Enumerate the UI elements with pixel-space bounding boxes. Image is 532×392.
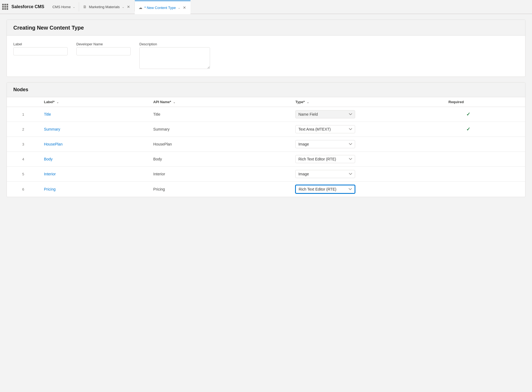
label-form-group: Label — [13, 42, 68, 55]
table-row: 2SummarySummaryName FieldText Area (MTEX… — [7, 122, 525, 137]
required-checkmark-icon: ✓ — [466, 127, 470, 132]
row-type: Name FieldText Area (MTEXT)ImageRich Tex… — [291, 122, 444, 137]
description-form-group: Description — [139, 42, 210, 69]
tab-cms-home-label: CMS Home — [52, 5, 71, 9]
document-icon: 🗎 — [83, 5, 87, 9]
chevron-down-icon: ⌄ — [73, 5, 75, 8]
tab-bar-left: Salesforce CMS — [2, 0, 44, 14]
row-label: Title — [40, 107, 149, 122]
col-header-label: Label* ⌄ — [40, 97, 149, 107]
node-label-link[interactable]: HousePlan — [44, 142, 63, 146]
row-api-name: Title — [149, 107, 291, 122]
app-name: Salesforce CMS — [11, 4, 44, 9]
required-checkmark-icon: ✓ — [466, 112, 470, 117]
page-content: Creating New Content Type Label Develope… — [0, 14, 532, 392]
row-type: Name FieldText Area (MTEXT)ImageRich Tex… — [291, 152, 444, 167]
table-row: 6PricingPricingName FieldText Area (MTEX… — [7, 182, 525, 197]
type-select[interactable]: Name FieldText Area (MTEXT)ImageRich Tex… — [295, 110, 355, 118]
row-type: Name FieldText Area (MTEXT)ImageRich Tex… — [291, 137, 444, 152]
developer-name-input[interactable] — [76, 47, 131, 55]
tabs-container: CMS Home ⌄ 🗎 Marketing Materials ⌄ ✕ ☁ *… — [49, 0, 190, 14]
row-label: HousePlan — [40, 137, 149, 152]
description-field-label: Description — [139, 42, 210, 46]
sort-type-icon[interactable]: ⌄ — [307, 101, 309, 104]
row-number: 4 — [7, 152, 40, 167]
developer-name-form-group: Developer Name — [76, 42, 131, 55]
row-api-name: Summary — [149, 122, 291, 137]
content-type-form-card: Creating New Content Type Label Develope… — [7, 20, 525, 77]
sort-api-icon[interactable]: ⌄ — [173, 101, 175, 104]
form-card-header: Creating New Content Type — [7, 20, 525, 36]
row-label: Body — [40, 152, 149, 167]
row-required — [444, 182, 493, 197]
table-row: 1TitleTitleName FieldText Area (MTEXT)Im… — [7, 107, 525, 122]
row-type: Name FieldText Area (MTEXT)ImageRich Tex… — [291, 182, 444, 197]
type-select[interactable]: Name FieldText Area (MTEXT)ImageRich Tex… — [295, 170, 355, 178]
nodes-table-head: Label* ⌄ API Name* ⌄ Type* ⌄ Required — [7, 97, 525, 107]
row-actions — [492, 167, 525, 182]
tab-marketing-materials[interactable]: 🗎 Marketing Materials ⌄ ✕ — [79, 0, 134, 14]
row-api-name: HousePlan — [149, 137, 291, 152]
tab-new-content-type-label: * New Content Type — [145, 6, 176, 10]
row-actions — [492, 122, 525, 137]
row-number: 6 — [7, 182, 40, 197]
label-input[interactable] — [13, 47, 68, 55]
developer-name-field-label: Developer Name — [76, 42, 131, 46]
app-grid-icon[interactable] — [2, 4, 8, 10]
cloud-icon: ☁ — [139, 5, 142, 10]
form-section: Label Developer Name Description — [7, 36, 525, 77]
row-api-name: Interior — [149, 167, 291, 182]
node-label-link[interactable]: Summary — [44, 127, 60, 131]
row-label: Pricing — [40, 182, 149, 197]
label-field-label: Label — [13, 42, 68, 46]
node-label-link[interactable]: Pricing — [44, 187, 56, 191]
row-actions — [492, 182, 525, 197]
row-label: Interior — [40, 167, 149, 182]
tab-bar: Salesforce CMS CMS Home ⌄ 🗎 Marketing Ma… — [0, 0, 532, 14]
row-actions — [492, 152, 525, 167]
type-select[interactable]: Name FieldText Area (MTEXT)ImageRich Tex… — [295, 140, 355, 148]
type-select[interactable]: Name FieldText Area (MTEXT)ImageRich Tex… — [295, 185, 355, 194]
row-required: ✓ — [444, 122, 493, 137]
nodes-card: Nodes Label* ⌄ API Name* ⌄ Type* ⌄ — [7, 82, 525, 197]
row-actions — [492, 107, 525, 122]
row-number: 5 — [7, 167, 40, 182]
col-header-actions — [492, 97, 525, 107]
node-label-link[interactable]: Body — [44, 157, 53, 161]
col-header-type: Type* ⌄ — [291, 97, 444, 107]
node-label-link[interactable]: Interior — [44, 172, 56, 176]
row-number: 1 — [7, 107, 40, 122]
tab-cms-home[interactable]: CMS Home ⌄ — [49, 0, 79, 14]
row-required — [444, 167, 493, 182]
tab-marketing-materials-label: Marketing Materials — [89, 5, 120, 9]
row-type: Name FieldText Area (MTEXT)ImageRich Tex… — [291, 107, 444, 122]
page-title: Creating New Content Type — [13, 25, 519, 31]
chevron-down-icon: ⌄ — [122, 5, 124, 8]
nodes-table: Label* ⌄ API Name* ⌄ Type* ⌄ Required — [7, 97, 525, 197]
type-select[interactable]: Name FieldText Area (MTEXT)ImageRich Tex… — [295, 125, 355, 133]
sort-label-icon[interactable]: ⌄ — [57, 101, 59, 104]
col-header-num — [7, 97, 40, 107]
type-select[interactable]: Name FieldText Area (MTEXT)ImageRich Tex… — [295, 155, 355, 163]
table-row: 5InteriorInteriorName FieldText Area (MT… — [7, 167, 525, 182]
close-tab-marketing-icon[interactable]: ✕ — [126, 4, 131, 10]
col-header-api-name: API Name* ⌄ — [149, 97, 291, 107]
col-header-required: Required — [444, 97, 493, 107]
row-required: ✓ — [444, 107, 493, 122]
tab-new-content-type[interactable]: ☁ * New Content Type ⌄ ✕ — [135, 1, 190, 14]
nodes-table-body: 1TitleTitleName FieldText Area (MTEXT)Im… — [7, 107, 525, 197]
row-type: Name FieldText Area (MTEXT)ImageRich Tex… — [291, 167, 444, 182]
row-number: 3 — [7, 137, 40, 152]
close-tab-new-content-type-icon[interactable]: ✕ — [182, 5, 187, 10]
row-api-name: Pricing — [149, 182, 291, 197]
node-label-link[interactable]: Title — [44, 112, 51, 116]
table-row: 3HousePlanHousePlanName FieldText Area (… — [7, 137, 525, 152]
description-textarea[interactable] — [139, 47, 210, 69]
chevron-down-icon: ⌄ — [178, 6, 180, 9]
row-actions — [492, 137, 525, 152]
row-required — [444, 152, 493, 167]
row-label: Summary — [40, 122, 149, 137]
nodes-section-title: Nodes — [13, 87, 519, 93]
nodes-table-header-row: Label* ⌄ API Name* ⌄ Type* ⌄ Required — [7, 97, 525, 107]
row-number: 2 — [7, 122, 40, 137]
